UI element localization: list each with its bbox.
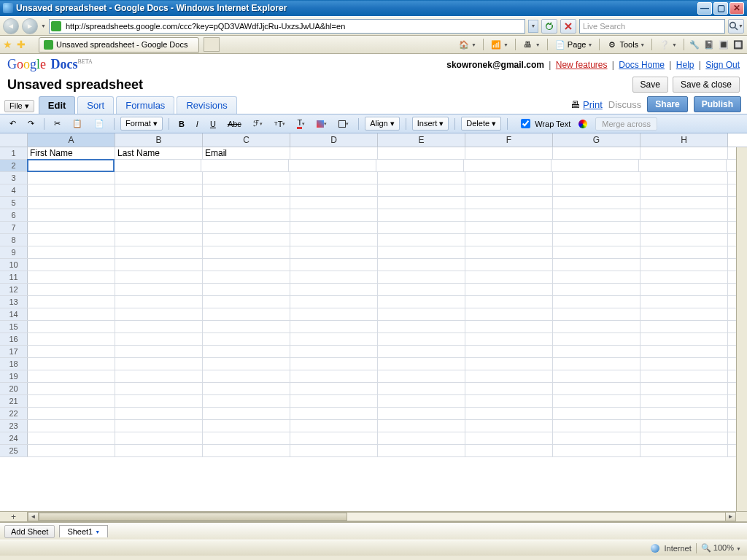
cell[interactable]: Email (203, 147, 290, 159)
cell[interactable] (640, 383, 728, 394)
cell[interactable] (640, 246, 728, 258)
cell[interactable] (553, 259, 640, 271)
cell[interactable] (465, 147, 553, 159)
bold-button[interactable]: B (175, 117, 188, 131)
url-input[interactable] (64, 21, 523, 31)
cell[interactable] (378, 346, 465, 357)
cell[interactable] (553, 432, 640, 444)
cell[interactable] (114, 160, 201, 171)
delete-menu[interactable]: Delete ▾ (461, 117, 501, 131)
sheet-tab-1[interactable]: Sheet1 ▼ (59, 525, 108, 537)
sign-out-link[interactable]: Sign Out (705, 60, 740, 70)
cell[interactable] (28, 271, 115, 283)
cell[interactable] (203, 346, 290, 357)
help-button[interactable]: ❔▼ (657, 37, 679, 52)
search-button[interactable]: ▼ (728, 19, 744, 34)
cell[interactable] (115, 246, 203, 258)
cell[interactable] (115, 321, 203, 332)
cell[interactable] (290, 432, 378, 444)
url-field[interactable] (49, 19, 525, 34)
google-docs-logo[interactable]: Google DocsBETA (7, 57, 93, 72)
cell[interactable] (465, 184, 553, 196)
borders-button[interactable]: ▾ (335, 118, 352, 130)
cell[interactable] (553, 445, 640, 456)
cell[interactable] (115, 259, 203, 271)
col-header-E[interactable]: E (378, 133, 465, 147)
cell[interactable] (203, 420, 290, 432)
feeds-button[interactable]: 📶▼ (488, 37, 511, 52)
cell[interactable] (290, 209, 378, 221)
cell[interactable] (28, 209, 115, 221)
cell[interactable] (378, 395, 465, 407)
save-close-button[interactable]: Save & close (673, 77, 740, 93)
stop-button[interactable] (560, 19, 576, 34)
row-header[interactable]: 20 (0, 383, 28, 394)
col-header-A[interactable]: A (28, 133, 115, 147)
col-header-D[interactable]: D (290, 133, 378, 147)
cell[interactable] (378, 432, 465, 444)
cell[interactable] (465, 308, 553, 320)
cell[interactable] (115, 284, 203, 295)
favorites-star-icon[interactable]: ★ (3, 39, 12, 50)
refresh-button[interactable] (541, 19, 557, 34)
cell[interactable] (290, 321, 378, 332)
new-tab-button[interactable] (204, 37, 220, 52)
cell[interactable] (465, 395, 553, 407)
row-header[interactable]: 7 (0, 222, 28, 233)
cell[interactable] (465, 408, 553, 419)
cell[interactable] (465, 445, 553, 456)
cell[interactable] (465, 234, 553, 246)
cell[interactable] (640, 209, 728, 221)
forward-button[interactable]: ► (22, 18, 38, 34)
cell[interactable] (290, 197, 378, 209)
cell[interactable] (551, 160, 639, 171)
cell[interactable] (553, 370, 640, 382)
wrap-text-toggle[interactable]: Wrap Text (518, 117, 570, 131)
row-header[interactable]: 14 (0, 308, 28, 320)
cell[interactable] (465, 383, 553, 394)
help-link[interactable]: Help (676, 60, 694, 70)
grid[interactable]: 1First NameLast NameEmail234567891011121… (0, 147, 747, 511)
cell[interactable] (378, 222, 465, 233)
cell[interactable] (640, 333, 728, 345)
cut-button[interactable]: ✂ (50, 117, 64, 131)
font-size-button[interactable]: TT▾ (271, 117, 290, 131)
underline-button[interactable]: U (206, 117, 220, 131)
col-header-G[interactable]: G (553, 133, 640, 147)
cell[interactable] (465, 271, 553, 283)
cell[interactable] (115, 209, 203, 221)
cell[interactable] (465, 420, 553, 432)
cell[interactable] (640, 358, 728, 370)
cell[interactable] (639, 160, 727, 171)
cell[interactable] (553, 333, 640, 345)
cell[interactable] (203, 333, 290, 345)
cell[interactable] (203, 395, 290, 407)
cell[interactable] (553, 172, 640, 184)
cell[interactable] (28, 358, 115, 370)
cell[interactable] (640, 308, 728, 320)
cell[interactable] (290, 284, 378, 295)
cell[interactable] (115, 432, 203, 444)
cell[interactable] (290, 172, 378, 184)
cell[interactable] (378, 370, 465, 382)
add-sheet-button[interactable]: Add Sheet (4, 525, 55, 538)
row-header[interactable]: 19 (0, 370, 28, 382)
cell[interactable] (290, 246, 378, 258)
cell[interactable] (290, 259, 378, 271)
cell[interactable] (553, 408, 640, 419)
cell[interactable] (203, 408, 290, 419)
cell[interactable] (115, 383, 203, 394)
row-header[interactable]: 23 (0, 420, 28, 432)
add-row-plus[interactable]: + (0, 512, 28, 522)
cell[interactable] (28, 259, 115, 271)
tab-revisions[interactable]: Revisions (177, 96, 236, 114)
cell[interactable] (115, 370, 203, 382)
cell[interactable] (290, 296, 378, 308)
row-header[interactable]: 16 (0, 333, 28, 345)
row-header[interactable]: 25 (0, 445, 28, 456)
cell[interactable] (27, 159, 115, 172)
row-header[interactable]: 9 (0, 246, 28, 258)
cell[interactable] (28, 284, 115, 295)
cell[interactable] (115, 358, 203, 370)
cell[interactable] (28, 333, 115, 345)
